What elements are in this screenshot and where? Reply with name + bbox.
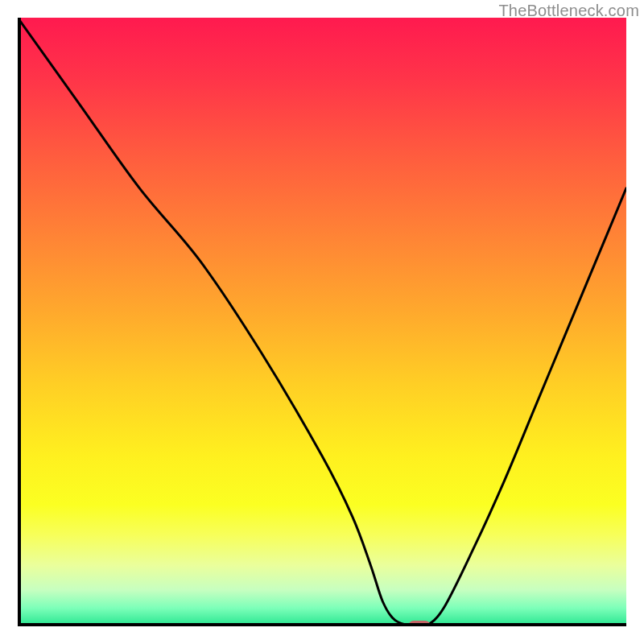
attribution-text: TheBottleneck.com bbox=[498, 2, 639, 20]
plot-area bbox=[18, 18, 626, 626]
background-gradient bbox=[18, 18, 626, 626]
svg-rect-0 bbox=[18, 18, 626, 626]
optimal-point-marker bbox=[408, 621, 431, 626]
